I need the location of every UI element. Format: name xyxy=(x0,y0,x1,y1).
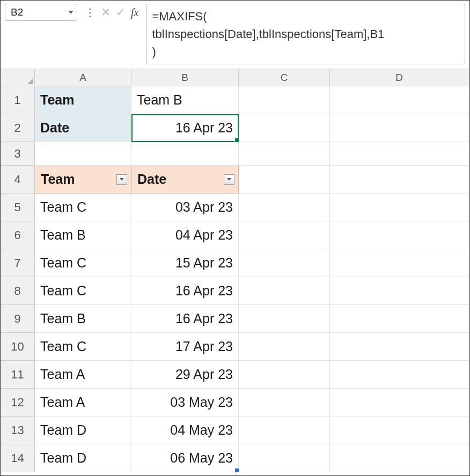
cell-B3[interactable] xyxy=(131,142,239,166)
cell-team[interactable]: Team C xyxy=(35,194,131,221)
table-row: 8 Team C 16 Apr 23 xyxy=(1,277,469,305)
row-header[interactable]: 12 xyxy=(1,389,35,416)
table-row: 10 Team C 17 Apr 23 xyxy=(1,333,469,361)
table-row: 6 Team B 04 Apr 23 xyxy=(1,221,469,249)
cell-team[interactable]: Team C xyxy=(35,333,131,361)
cell-team[interactable]: Team A xyxy=(35,389,131,416)
chevron-down-icon xyxy=(227,178,231,181)
table-row: 11 Team A 29 Apr 23 xyxy=(1,361,469,389)
col-header-C[interactable]: C xyxy=(239,69,330,86)
cell-team[interactable]: Team B xyxy=(35,305,131,333)
rows: 1 Team Team B 2 Date 16 Apr 23 3 4 Team xyxy=(1,86,469,472)
col-header-D[interactable]: D xyxy=(330,69,468,86)
cell-date[interactable]: 29 Apr 23 xyxy=(131,361,239,389)
table-row: 9 Team B 16 Apr 23 xyxy=(1,305,469,333)
row-3: 3 xyxy=(1,142,469,166)
cell-date[interactable]: 03 Apr 23 xyxy=(131,194,239,221)
cell-A3[interactable] xyxy=(35,142,131,166)
cell-date[interactable]: 04 May 23 xyxy=(131,416,239,444)
row-header[interactable]: 1 xyxy=(1,86,35,114)
filter-button[interactable] xyxy=(116,174,127,185)
row-header[interactable]: 5 xyxy=(1,194,35,221)
name-box-value: B2 xyxy=(11,6,66,18)
row-header[interactable]: 8 xyxy=(1,277,35,305)
cell-C4[interactable] xyxy=(239,166,330,194)
table-row: 13 Team D 04 May 23 xyxy=(1,416,469,444)
cell-B1[interactable]: Team B xyxy=(131,86,239,114)
cell-D3[interactable] xyxy=(330,142,468,166)
cell-team[interactable]: Team A xyxy=(35,361,131,389)
cell-date[interactable]: 16 Apr 23 xyxy=(131,277,239,305)
cell-D4[interactable] xyxy=(330,166,468,194)
row-header[interactable]: 6 xyxy=(1,221,35,249)
row-header[interactable]: 4 xyxy=(1,166,35,194)
worksheet-grid[interactable]: A B C D 1 Team Team B 2 Date 16 Apr 23 3 xyxy=(1,69,469,476)
cell-D1[interactable] xyxy=(330,86,468,114)
table-row: 12 Team A 03 May 23 xyxy=(1,389,469,416)
row-header[interactable]: 7 xyxy=(1,249,35,277)
cell-date[interactable]: 06 May 23 xyxy=(131,444,239,472)
row-header[interactable]: 2 xyxy=(1,114,35,142)
divider-icon: ⋮ xyxy=(85,6,96,19)
filter-button[interactable] xyxy=(224,174,234,185)
chevron-down-icon[interactable] xyxy=(68,11,74,14)
cell-D2[interactable] xyxy=(330,114,468,142)
row-header[interactable]: 10 xyxy=(1,333,35,361)
row-1: 1 Team Team B xyxy=(1,86,469,114)
table-row: 5 Team C 03 Apr 23 xyxy=(1,194,469,221)
cell-team[interactable]: Team B xyxy=(35,221,131,249)
table-header-date-label: Date xyxy=(137,172,166,187)
row-header[interactable]: 9 xyxy=(1,305,35,333)
cell-team[interactable]: Team C xyxy=(35,277,131,305)
cell-date[interactable]: 17 Apr 23 xyxy=(131,333,239,361)
select-all-corner[interactable] xyxy=(1,69,35,86)
cell-team[interactable]: Team D xyxy=(35,444,131,472)
chevron-down-icon xyxy=(120,178,124,181)
column-headers: A B C D xyxy=(35,69,469,86)
cell-C2[interactable] xyxy=(239,114,330,142)
col-header-A[interactable]: A xyxy=(35,69,131,86)
table-corner-mark xyxy=(235,468,239,472)
cell-A1[interactable]: Team xyxy=(35,86,131,114)
row-header[interactable]: 14 xyxy=(1,444,35,472)
cell-C3[interactable] xyxy=(239,142,330,166)
cell-B2[interactable]: 16 Apr 23 xyxy=(131,114,239,142)
formula-bar: B2 ⋮ ✕ ✓ fx =MAXIFS( tblInspections[Date… xyxy=(1,1,469,69)
table-row: 7 Team C 15 Apr 23 xyxy=(1,249,469,277)
formula-bar-buttons: ⋮ ✕ ✓ fx xyxy=(82,4,142,21)
fx-icon[interactable]: fx xyxy=(131,6,138,19)
cell-A2[interactable]: Date xyxy=(35,114,131,142)
cell-team[interactable]: Team C xyxy=(35,249,131,277)
cell-date[interactable]: 04 Apr 23 xyxy=(131,221,239,249)
cell-C1[interactable] xyxy=(239,86,330,114)
table-header-team[interactable]: Team xyxy=(35,166,131,194)
row-header[interactable]: 13 xyxy=(1,416,35,444)
enter-icon[interactable]: ✓ xyxy=(116,5,126,19)
cell-team[interactable]: Team D xyxy=(35,416,131,444)
cell-date[interactable]: 03 May 23 xyxy=(131,389,239,416)
name-box[interactable]: B2 xyxy=(5,4,77,21)
row-2: 2 Date 16 Apr 23 xyxy=(1,114,469,142)
formula-input[interactable]: =MAXIFS( tblInspections[Date],tblInspect… xyxy=(146,4,465,64)
row-header[interactable]: 3 xyxy=(1,142,35,166)
col-header-B[interactable]: B xyxy=(131,69,239,86)
table-header-team-label: Team xyxy=(41,172,75,187)
cancel-icon[interactable]: ✕ xyxy=(101,5,111,19)
table-header-date[interactable]: Date xyxy=(131,166,239,194)
cell-date[interactable]: 16 Apr 23 xyxy=(131,305,239,333)
row-4: 4 Team Date xyxy=(1,166,469,194)
row-header[interactable]: 11 xyxy=(1,361,35,389)
cell-date[interactable]: 15 Apr 23 xyxy=(131,249,239,277)
